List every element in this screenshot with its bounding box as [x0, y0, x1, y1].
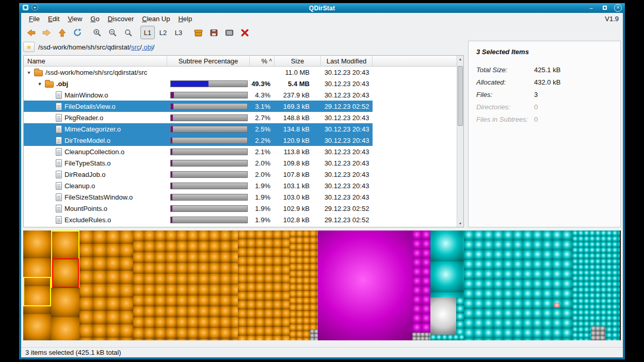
zoom-reset-button[interactable] — [121, 26, 135, 39]
tree-row[interactable]: ExcludeRules.o1.9%102.8 kB29.12.23 02:52 — [24, 214, 457, 225]
tree-row[interactable]: FileDetailsView.o3.1%169.3 kB29.12.23 02… — [24, 101, 457, 112]
row-filler — [373, 146, 457, 157]
back-icon — [27, 28, 36, 37]
zoom-in-button[interactable] — [90, 26, 104, 39]
menu-item-help[interactable]: Help — [174, 14, 196, 23]
qdirstat-window: QDirStat – × FileEditViewGoDiscoverClean… — [19, 3, 625, 359]
menu-item-view[interactable]: View — [64, 14, 86, 23]
tree-row[interactable]: ▾/ssd-work/home/sh/src/qdirstat/src11.0 … — [24, 67, 457, 78]
name-cell: ▾/ssd-work/home/sh/src/qdirstat/src — [24, 67, 167, 78]
menu-item-file[interactable]: File — [25, 14, 43, 23]
details-title: 3 Selected Items — [476, 48, 613, 56]
percent-bar-fill — [171, 92, 174, 98]
treemap-tile-group[interactable] — [430, 298, 456, 335]
menu-item-discover[interactable]: Discover — [104, 14, 138, 23]
disk-button[interactable] — [206, 26, 221, 39]
percent-bar — [170, 149, 248, 155]
treemap-tile-group[interactable] — [310, 330, 318, 340]
column-header-percent[interactable]: %^ — [250, 56, 275, 66]
scroll-down-button[interactable]: ▼ — [457, 220, 463, 227]
expand-caret-icon[interactable]: ▾ — [37, 81, 43, 87]
tree-row[interactable]: ▾.obj49.3%5.4 MB30.12.23 20:43 — [24, 78, 457, 89]
treemap-tile-group[interactable] — [572, 231, 620, 340]
tree-row[interactable]: CleanupCollection.o2.1%113.8 kB30.12.23 … — [24, 146, 457, 157]
percent-cell: 1.9% — [250, 191, 275, 203]
zoom-out-button[interactable] — [105, 26, 120, 39]
tree-row[interactable]: FileSizeStatsWindow.o1.9%103.0 kB30.12.2… — [24, 191, 457, 203]
treemap-level-1-button[interactable]: L1 — [140, 26, 155, 39]
tree-row[interactable]: Cleanup.o1.9%103.1 kB30.12.23 20:43 — [24, 180, 457, 191]
modified-cell: 29.12.23 02:52 — [321, 203, 373, 214]
column-header-name[interactable]: Name — [24, 56, 167, 66]
tree-row[interactable]: FileTypeStats.o2.0%109.8 kB30.12.23 20:4… — [24, 157, 457, 169]
treemap-tile-group[interactable] — [51, 231, 79, 340]
treemap-tile-group[interactable] — [133, 231, 238, 340]
menu-item-edit[interactable]: Edit — [44, 14, 63, 23]
treemap-level-3-button[interactable]: L3 — [171, 26, 186, 39]
close-button[interactable]: × — [614, 4, 622, 12]
treemap-tile-group[interactable] — [430, 231, 464, 298]
menu-item-go[interactable]: Go — [87, 14, 103, 23]
treemap-tile-group[interactable] — [238, 231, 289, 340]
detail-value: 0 — [534, 103, 538, 111]
column-header-subtree-percentage[interactable]: Subtree Percentage — [167, 56, 250, 66]
breadcrumb: /ssd-work/home/sh/src/qdirstat/src/.obj/ — [38, 43, 154, 51]
breadcrumb-link-obj[interactable]: .obj — [142, 43, 153, 51]
package-button[interactable] — [191, 26, 205, 39]
tree-scrollbar[interactable]: ▲ ▼ — [457, 56, 463, 227]
treemap-tile-group[interactable] — [318, 231, 412, 340]
tree-row[interactable]: PkgReader.o2.7%148.8 kB30.12.23 20:43 — [24, 112, 457, 123]
delete-button[interactable] — [237, 26, 252, 39]
size-cell: 113.8 kB — [275, 146, 321, 157]
treemap-tile-group[interactable] — [79, 231, 133, 340]
tree-row[interactable]: DirReadJob.o2.0%107.8 kB30.12.23 20:43 — [24, 169, 457, 180]
treemap-tile-group[interactable] — [464, 231, 572, 340]
column-header-size[interactable]: Size — [275, 56, 321, 66]
detail-label: Directories: — [476, 103, 534, 111]
treemap-tile-group[interactable] — [554, 303, 560, 307]
percent-bar-fill — [171, 104, 173, 109]
menu-item-clean-up[interactable]: Clean Up — [138, 14, 173, 23]
scrollbar-track[interactable] — [457, 62, 463, 220]
refresh-button[interactable] — [70, 26, 85, 39]
treemap-tile-group[interactable] — [456, 298, 464, 335]
tree-row[interactable]: MimeCategorizer.o2.5%134.8 kB30.12.23 20… — [24, 123, 457, 135]
percent-cell: 2.2% — [250, 135, 275, 146]
percent-bar-fill — [171, 81, 208, 87]
expand-caret-icon[interactable]: ▾ — [26, 70, 32, 75]
name-cell: MountPoints.o — [24, 203, 167, 214]
subtree-percentage-cell — [167, 157, 250, 169]
sort-ascending-icon: ^ — [269, 58, 272, 64]
treemap-tile-group[interactable] — [23, 231, 51, 340]
tree-row[interactable]: MainWindow.o4.3%237.9 kB30.12.23 20:43 — [24, 89, 457, 101]
row-filler — [373, 89, 457, 101]
treemap-tile-group[interactable] — [289, 231, 318, 340]
treemap-tile-group[interactable] — [412, 333, 430, 340]
tree-row[interactable]: MountPoints.o1.9%102.9 kB29.12.23 02:52 — [24, 203, 457, 214]
minimize-button[interactable]: – — [587, 4, 595, 12]
column-header-last-modified[interactable]: Last Modified — [321, 56, 373, 66]
maximize-icon — [603, 6, 607, 10]
percent-bar-fill — [171, 217, 172, 223]
treemap-level-2-button[interactable]: L2 — [156, 26, 170, 39]
row-filler — [373, 101, 457, 112]
treemap-tile-group[interactable] — [591, 326, 605, 340]
treemap[interactable] — [23, 231, 621, 340]
subtree-percentage-cell — [167, 112, 250, 123]
bookmark-button[interactable]: ★ — [23, 42, 35, 52]
maximize-button[interactable] — [601, 4, 608, 12]
titlebar[interactable]: QDirStat – × — [19, 3, 625, 13]
detail-row: Directories:0 — [476, 103, 613, 111]
back-button[interactable] — [24, 26, 38, 39]
name-cell: DirReadJob.o — [24, 169, 167, 180]
scrollbar-thumb[interactable] — [458, 66, 463, 126]
forward-button[interactable] — [39, 26, 54, 39]
image-button[interactable] — [222, 26, 236, 39]
up-button[interactable] — [55, 26, 69, 39]
item-name: CleanupCollection.o — [65, 148, 124, 156]
breadcrumb-link-src[interactable]: src — [131, 43, 140, 51]
tree-row[interactable]: DirTreeModel.o2.2%120.9 kB30.12.23 20:43 — [24, 135, 457, 146]
scroll-up-button[interactable]: ▲ — [457, 56, 463, 62]
treemap-tile-group[interactable] — [412, 231, 430, 333]
treemap-tile-group[interactable] — [430, 335, 464, 340]
